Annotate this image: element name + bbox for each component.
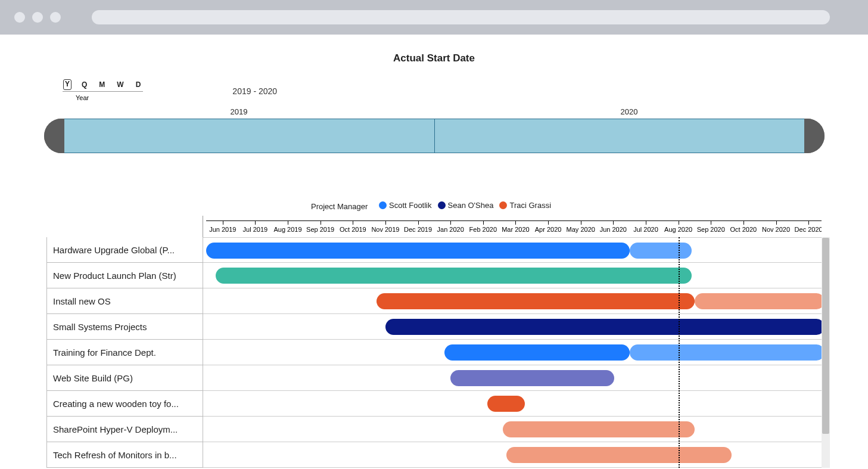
legend-item[interactable]: Traci Grassi	[499, 201, 551, 210]
axis-tick	[679, 221, 679, 225]
axis-tick-label: Aug 2020	[664, 226, 692, 233]
gantt-bar[interactable]	[450, 370, 614, 386]
legend-label: Scott Footlik	[389, 201, 432, 210]
gantt-bar[interactable]	[630, 243, 692, 259]
window-dot	[32, 12, 43, 23]
axis-tick-label: Sep 2020	[697, 226, 725, 233]
gantt-left-spacer	[46, 216, 203, 237]
axis-tick	[711, 221, 711, 225]
axis-tick	[223, 221, 223, 225]
axis-tick-label: Apr 2020	[535, 226, 562, 233]
axis-tick	[385, 221, 386, 225]
browser-chrome	[0, 0, 868, 35]
axis-tick	[646, 221, 646, 225]
gantt-row	[203, 288, 822, 314]
gantt-bar[interactable]	[206, 243, 630, 259]
gantt-bar[interactable]	[695, 293, 822, 309]
gantt-bar[interactable]	[444, 344, 630, 361]
slider-handle-left[interactable]	[44, 119, 64, 153]
axis-tick-label: Nov 2019	[371, 226, 399, 233]
axis-tick	[288, 221, 288, 225]
legend-swatch	[499, 201, 507, 209]
axis-tick	[776, 221, 777, 225]
zoom-option-w[interactable]: W	[117, 80, 123, 89]
legend-swatch	[438, 201, 446, 209]
axis-ticks: Jun 2019Jul 2019Aug 2019Sep 2019Oct 2019…	[203, 216, 822, 237]
axis-tick-label: Dec 2019	[404, 226, 432, 233]
timeline-slider: 20192020	[44, 107, 825, 153]
axis-tick	[321, 221, 321, 225]
today-line	[679, 237, 680, 468]
scrollbar-thumb[interactable]	[822, 238, 829, 434]
gantt-row-label[interactable]: Creating a new wooden toy fo...	[46, 391, 203, 417]
gantt-row	[203, 340, 822, 365]
gantt-bar[interactable]	[377, 293, 695, 309]
zoom-scale: YQMWD Year	[63, 79, 143, 101]
axis-tick-label: Jul 2019	[243, 226, 268, 233]
legend-label: Sean O'Shea	[448, 201, 494, 210]
slider-handle-right[interactable]	[804, 119, 825, 153]
gantt-bar[interactable]	[487, 396, 524, 412]
chart-title: Actual Start Date	[24, 52, 844, 64]
zoom-range-text: 2019 - 2020	[232, 86, 277, 96]
axis-tick	[808, 221, 809, 225]
axis-tick-label: Nov 2020	[762, 226, 790, 233]
axis-tick-label: Sep 2019	[306, 226, 334, 233]
gantt-row-label[interactable]: Tech Refresh of Monitors in b...	[46, 442, 203, 468]
axis-tick	[613, 221, 614, 225]
gantt-chart: Hardware Upgrade Global (P...New Product…	[46, 216, 822, 468]
axis-tick	[581, 221, 581, 225]
gantt-bar[interactable]	[385, 319, 822, 335]
gantt-bar[interactable]	[216, 268, 692, 284]
slider-track[interactable]	[44, 119, 825, 153]
gantt-row	[203, 391, 822, 417]
gantt-bar[interactable]	[630, 344, 822, 361]
zoom-option-y[interactable]: Y	[63, 79, 71, 90]
gantt-timeline: Jun 2019Jul 2019Aug 2019Sep 2019Oct 2019…	[203, 216, 822, 468]
slider-year-divider	[434, 119, 435, 153]
zoom-options: YQMWD	[63, 79, 143, 92]
axis-tick	[353, 221, 353, 225]
axis-tick-label: Oct 2019	[340, 226, 366, 233]
timeline-year-labels: 20192020	[44, 107, 825, 119]
axis-tick-label: Aug 2019	[273, 226, 301, 233]
gantt-row-label[interactable]: Web Site Build (PG)	[46, 365, 203, 391]
legend-swatch	[379, 201, 387, 209]
zoom-option-d[interactable]: D	[136, 80, 141, 89]
legend: Project Manager Scott FootlikSean O'Shea…	[24, 201, 844, 211]
dashboard-panel: Actual Start Date YQMWD Year 2019 - 2020…	[0, 35, 868, 468]
axis-tick	[548, 221, 549, 225]
gantt-row-label[interactable]: Training for Finance Dept.	[46, 340, 203, 365]
gantt-row	[203, 365, 822, 391]
axis-tick	[255, 221, 256, 225]
legend-item[interactable]: Scott Footlik	[379, 201, 432, 210]
year-label: 2019	[44, 107, 434, 119]
gantt-row-label[interactable]: Install new OS	[46, 288, 203, 314]
gantt-row	[203, 417, 822, 442]
gantt-row	[203, 263, 822, 288]
gantt-row	[203, 237, 822, 263]
axis-tick-label: May 2020	[567, 226, 595, 233]
gantt-bar[interactable]	[503, 421, 695, 437]
zoom-option-q[interactable]: Q	[82, 80, 87, 89]
legend-item[interactable]: Sean O'Shea	[438, 201, 494, 210]
axis-tick	[418, 221, 419, 225]
scrollbar-vertical[interactable]	[822, 237, 830, 468]
legend-label: Traci Grassi	[509, 201, 551, 210]
year-label: 2020	[434, 107, 825, 119]
zoom-option-m[interactable]: M	[99, 80, 105, 89]
url-bar[interactable]	[92, 10, 830, 24]
gantt-row-label[interactable]: SharePoint Hyper-V Deploym...	[46, 417, 203, 442]
gantt-bar[interactable]	[506, 447, 732, 463]
axis-tick-label: Feb 2020	[469, 226, 497, 233]
gantt-row-labels: Hardware Upgrade Global (P...New Product…	[46, 216, 203, 468]
legend-title: Project Manager	[311, 202, 368, 211]
gantt-row-label[interactable]: Hardware Upgrade Global (P...	[46, 237, 203, 263]
gantt-row	[203, 442, 822, 468]
gantt-row-label[interactable]: Small Systems Projects	[46, 314, 203, 340]
axis-tick	[450, 221, 451, 225]
gantt-rows	[203, 237, 822, 468]
gantt-row-label[interactable]: New Product Launch Plan (Str)	[46, 263, 203, 288]
axis-tick-label: Jan 2020	[437, 226, 464, 233]
axis-tick	[515, 221, 516, 225]
